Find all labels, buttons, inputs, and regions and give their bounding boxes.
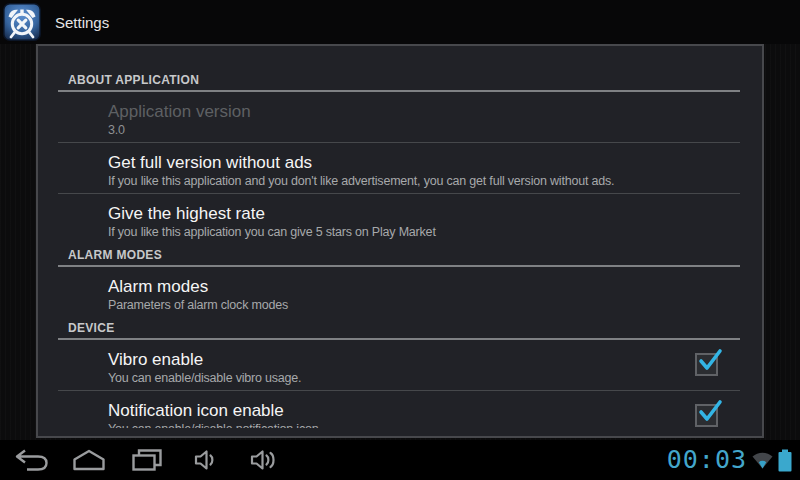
recent-apps-icon (131, 448, 163, 472)
settings-list: ABOUT APPLICATION Application version 3.… (38, 46, 762, 428)
pref-subtitle: 3.0 (108, 124, 740, 137)
pref-notification-icon-enable[interactable]: Notification icon enable You can enable/… (38, 391, 762, 428)
pref-subtitle: If you like this application you can giv… (108, 226, 740, 239)
pref-subtitle: If you like this application and you don… (108, 175, 740, 188)
volume-down-button[interactable] (176, 440, 234, 480)
alarm-clock-app-icon (3, 3, 41, 41)
notification-icon-enable-checkbox[interactable] (695, 404, 718, 427)
checkmark-icon (697, 348, 723, 374)
pref-subtitle: You can enable/disable vibro usage. (108, 372, 740, 385)
pref-give-highest-rate[interactable]: Give the highest rate If you like this a… (38, 194, 762, 244)
pref-title: Notification icon enable (108, 403, 740, 419)
back-icon (13, 448, 49, 472)
section-header-device: DEVICE (38, 317, 762, 334)
system-navigation-bar: 00:03 (0, 440, 800, 480)
pref-title: Application version (108, 104, 740, 120)
wifi-icon (752, 451, 773, 469)
home-button[interactable] (60, 440, 118, 480)
page-title: Settings (55, 14, 109, 31)
settings-panel: ABOUT APPLICATION Application version 3.… (36, 44, 764, 438)
section-header-alarm-modes: ALARM MODES (38, 244, 762, 261)
recent-apps-button[interactable] (118, 440, 176, 480)
home-icon (71, 448, 107, 472)
pref-get-full-version[interactable]: Get full version without ads If you like… (38, 143, 762, 193)
pref-title: Give the highest rate (108, 206, 740, 222)
volume-down-icon (193, 449, 217, 471)
pref-title: Alarm modes (108, 279, 740, 295)
vibro-enable-checkbox[interactable] (695, 353, 718, 376)
pref-alarm-modes[interactable]: Alarm modes Parameters of alarm clock mo… (38, 267, 762, 317)
pref-vibro-enable[interactable]: Vibro enable You can enable/disable vibr… (38, 340, 762, 390)
back-button[interactable] (2, 440, 60, 480)
status-clock: 00:03 (667, 440, 747, 480)
battery-icon (778, 449, 792, 472)
pref-subtitle: Parameters of alarm clock modes (108, 299, 740, 312)
pref-title: Get full version without ads (108, 155, 740, 171)
checkmark-icon (697, 399, 723, 425)
pref-subtitle: You can enable/disable notification icon… (108, 423, 740, 428)
pref-application-version: Application version 3.0 (38, 92, 762, 142)
title-bar: Settings (0, 0, 800, 44)
volume-up-button[interactable] (234, 440, 292, 480)
volume-up-icon (249, 449, 277, 471)
section-header-about-application: ABOUT APPLICATION (38, 69, 762, 86)
pref-title: Vibro enable (108, 352, 740, 368)
status-area: 00:03 (667, 440, 792, 480)
